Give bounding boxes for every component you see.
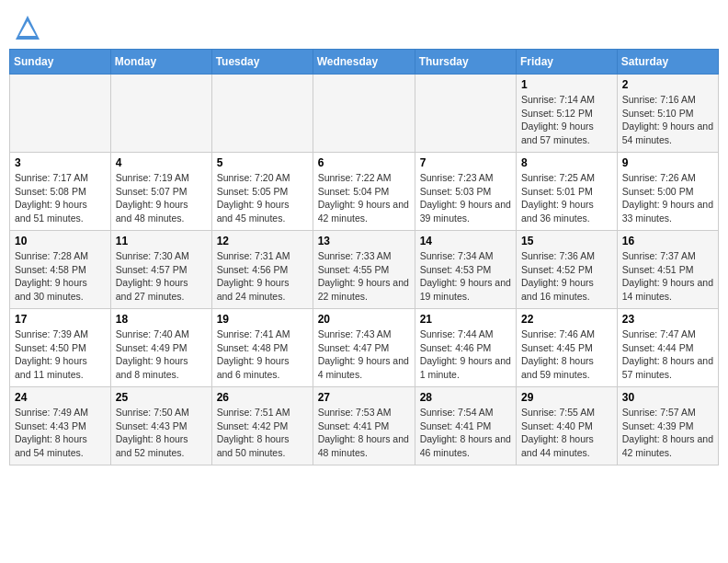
day-info: Sunrise: 7:51 AM Sunset: 4:42 PM Dayligh…: [217, 406, 308, 460]
calendar-cell: [211, 75, 313, 153]
calendar-cell: 4Sunrise: 7:19 AM Sunset: 5:07 PM Daylig…: [110, 153, 211, 231]
day-info: Sunrise: 7:25 AM Sunset: 5:01 PM Dayligh…: [521, 171, 612, 225]
day-number: 18: [116, 313, 207, 326]
calendar-cell: 14Sunrise: 7:34 AM Sunset: 4:53 PM Dayli…: [415, 231, 516, 309]
calendar-cell: 17Sunrise: 7:39 AM Sunset: 4:50 PM Dayli…: [10, 309, 111, 387]
day-info: Sunrise: 7:34 AM Sunset: 4:53 PM Dayligh…: [420, 249, 511, 304]
day-info: Sunrise: 7:33 AM Sunset: 4:55 PM Dayligh…: [318, 249, 410, 304]
day-number: 27: [318, 391, 410, 404]
calendar-cell: 25Sunrise: 7:50 AM Sunset: 4:43 PM Dayli…: [110, 387, 211, 465]
calendar-cell: 6Sunrise: 7:22 AM Sunset: 5:04 PM Daylig…: [313, 153, 415, 231]
calendar-week-row: 3Sunrise: 7:17 AM Sunset: 5:08 PM Daylig…: [10, 153, 719, 231]
weekday-header: Monday: [110, 50, 211, 75]
logo: [14, 14, 43, 41]
calendar-cell: [10, 75, 111, 153]
calendar-week-row: 17Sunrise: 7:39 AM Sunset: 4:50 PM Dayli…: [10, 309, 719, 387]
day-number: 6: [318, 156, 410, 169]
calendar-cell: 1Sunrise: 7:14 AM Sunset: 5:12 PM Daylig…: [517, 75, 618, 153]
day-number: 29: [521, 391, 612, 404]
calendar-week-row: 24Sunrise: 7:49 AM Sunset: 4:43 PM Dayli…: [10, 387, 719, 465]
day-number: 26: [217, 391, 308, 404]
calendar-cell: 10Sunrise: 7:28 AM Sunset: 4:58 PM Dayli…: [10, 231, 111, 309]
calendar-cell: 9Sunrise: 7:26 AM Sunset: 5:00 PM Daylig…: [617, 153, 718, 231]
weekday-header: Thursday: [415, 50, 516, 75]
day-number: 15: [521, 235, 612, 247]
logo-icon: [14, 14, 41, 41]
day-number: 23: [622, 313, 713, 326]
day-number: 10: [15, 235, 106, 247]
day-info: Sunrise: 7:22 AM Sunset: 5:04 PM Dayligh…: [318, 171, 410, 225]
calendar-table: SundayMondayTuesdayWednesdayThursdayFrid…: [9, 49, 719, 465]
day-number: 16: [622, 235, 713, 247]
day-number: 7: [420, 156, 511, 169]
day-number: 14: [420, 235, 511, 247]
calendar-cell: 24Sunrise: 7:49 AM Sunset: 4:43 PM Dayli…: [10, 387, 111, 465]
day-info: Sunrise: 7:37 AM Sunset: 4:51 PM Dayligh…: [622, 249, 713, 304]
day-info: Sunrise: 7:23 AM Sunset: 5:03 PM Dayligh…: [420, 171, 511, 225]
day-info: Sunrise: 7:20 AM Sunset: 5:05 PM Dayligh…: [217, 171, 308, 225]
day-info: Sunrise: 7:40 AM Sunset: 4:49 PM Dayligh…: [116, 327, 207, 382]
day-info: Sunrise: 7:53 AM Sunset: 4:41 PM Dayligh…: [318, 406, 410, 460]
weekday-header: Sunday: [10, 50, 111, 75]
calendar-week-row: 10Sunrise: 7:28 AM Sunset: 4:58 PM Dayli…: [10, 231, 719, 309]
day-info: Sunrise: 7:36 AM Sunset: 4:52 PM Dayligh…: [521, 249, 612, 304]
day-info: Sunrise: 7:19 AM Sunset: 5:07 PM Dayligh…: [116, 171, 207, 225]
day-number: 20: [318, 313, 410, 326]
day-info: Sunrise: 7:28 AM Sunset: 4:58 PM Dayligh…: [15, 249, 106, 304]
day-info: Sunrise: 7:44 AM Sunset: 4:46 PM Dayligh…: [420, 327, 511, 382]
calendar-cell: 18Sunrise: 7:40 AM Sunset: 4:49 PM Dayli…: [110, 309, 211, 387]
weekday-header: Wednesday: [313, 50, 415, 75]
calendar-cell: 26Sunrise: 7:51 AM Sunset: 4:42 PM Dayli…: [211, 387, 313, 465]
calendar-cell: 5Sunrise: 7:20 AM Sunset: 5:05 PM Daylig…: [211, 153, 313, 231]
calendar-cell: [415, 75, 516, 153]
day-info: Sunrise: 7:50 AM Sunset: 4:43 PM Dayligh…: [116, 406, 207, 460]
day-number: 30: [622, 391, 713, 404]
day-number: 24: [15, 391, 106, 404]
day-info: Sunrise: 7:54 AM Sunset: 4:41 PM Dayligh…: [420, 406, 511, 460]
day-info: Sunrise: 7:43 AM Sunset: 4:47 PM Dayligh…: [318, 327, 410, 382]
calendar-cell: [110, 75, 211, 153]
calendar-cell: 19Sunrise: 7:41 AM Sunset: 4:48 PM Dayli…: [211, 309, 313, 387]
day-info: Sunrise: 7:49 AM Sunset: 4:43 PM Dayligh…: [15, 406, 106, 460]
calendar-cell: 23Sunrise: 7:47 AM Sunset: 4:44 PM Dayli…: [617, 309, 718, 387]
day-number: 3: [15, 156, 106, 169]
day-number: 17: [15, 313, 106, 326]
day-info: Sunrise: 7:39 AM Sunset: 4:50 PM Dayligh…: [15, 327, 106, 382]
calendar-header-row: SundayMondayTuesdayWednesdayThursdayFrid…: [10, 50, 719, 75]
day-info: Sunrise: 7:14 AM Sunset: 5:12 PM Dayligh…: [521, 93, 612, 147]
day-info: Sunrise: 7:46 AM Sunset: 4:45 PM Dayligh…: [521, 327, 612, 382]
day-number: 19: [217, 313, 308, 326]
calendar-cell: 27Sunrise: 7:53 AM Sunset: 4:41 PM Dayli…: [313, 387, 415, 465]
day-number: 4: [116, 156, 207, 169]
day-number: 12: [217, 235, 308, 247]
day-number: 11: [116, 235, 207, 247]
day-number: 8: [521, 156, 612, 169]
day-number: 5: [217, 156, 308, 169]
calendar-cell: 28Sunrise: 7:54 AM Sunset: 4:41 PM Dayli…: [415, 387, 516, 465]
day-info: Sunrise: 7:55 AM Sunset: 4:40 PM Dayligh…: [521, 406, 612, 460]
calendar-cell: 11Sunrise: 7:30 AM Sunset: 4:57 PM Dayli…: [110, 231, 211, 309]
day-number: 28: [420, 391, 511, 404]
day-number: 21: [420, 313, 511, 326]
day-number: 9: [622, 156, 713, 169]
weekday-header: Friday: [517, 50, 618, 75]
calendar-cell: 20Sunrise: 7:43 AM Sunset: 4:47 PM Dayli…: [313, 309, 415, 387]
calendar-cell: 8Sunrise: 7:25 AM Sunset: 5:01 PM Daylig…: [517, 153, 618, 231]
day-number: 22: [521, 313, 612, 326]
calendar-cell: 3Sunrise: 7:17 AM Sunset: 5:08 PM Daylig…: [10, 153, 111, 231]
day-info: Sunrise: 7:57 AM Sunset: 4:39 PM Dayligh…: [622, 406, 713, 460]
calendar-cell: [313, 75, 415, 153]
day-info: Sunrise: 7:17 AM Sunset: 5:08 PM Dayligh…: [15, 171, 106, 225]
day-number: 13: [318, 235, 410, 247]
calendar-cell: 7Sunrise: 7:23 AM Sunset: 5:03 PM Daylig…: [415, 153, 516, 231]
calendar-cell: 30Sunrise: 7:57 AM Sunset: 4:39 PM Dayli…: [617, 387, 718, 465]
calendar-cell: 16Sunrise: 7:37 AM Sunset: 4:51 PM Dayli…: [617, 231, 718, 309]
calendar-cell: 22Sunrise: 7:46 AM Sunset: 4:45 PM Dayli…: [517, 309, 618, 387]
calendar-cell: 29Sunrise: 7:55 AM Sunset: 4:40 PM Dayli…: [517, 387, 618, 465]
day-info: Sunrise: 7:47 AM Sunset: 4:44 PM Dayligh…: [622, 327, 713, 382]
page-header: [9, 9, 719, 41]
calendar-cell: 15Sunrise: 7:36 AM Sunset: 4:52 PM Dayli…: [517, 231, 618, 309]
calendar-cell: 12Sunrise: 7:31 AM Sunset: 4:56 PM Dayli…: [211, 231, 313, 309]
weekday-header: Tuesday: [211, 50, 313, 75]
day-info: Sunrise: 7:31 AM Sunset: 4:56 PM Dayligh…: [217, 249, 308, 304]
